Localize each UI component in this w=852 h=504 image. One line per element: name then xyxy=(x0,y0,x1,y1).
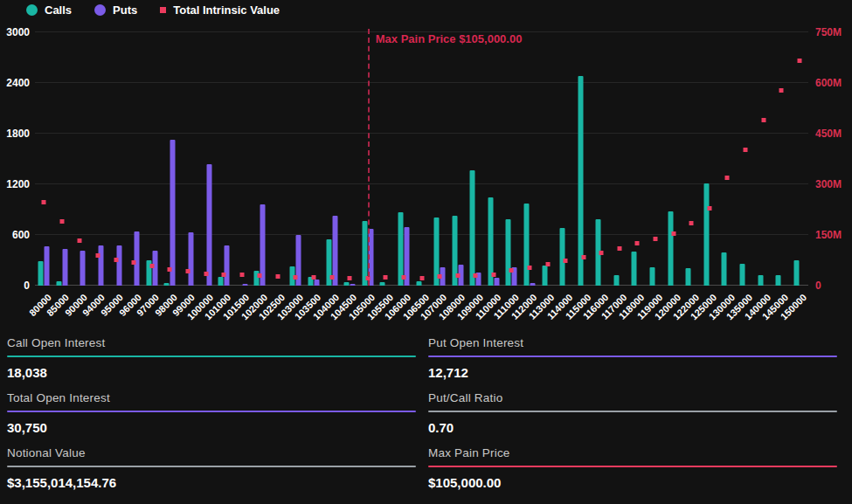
intrinsic-value-dot-100000[interactable] xyxy=(204,272,208,276)
intrinsic-value-dot-104500[interactable] xyxy=(348,276,352,280)
call-bar-119000[interactable] xyxy=(650,267,655,286)
intrinsic-value-dot-95000[interactable] xyxy=(114,258,118,262)
put-bar-101500[interactable] xyxy=(242,284,247,286)
intrinsic-value-dot-140000[interactable] xyxy=(761,118,765,122)
intrinsic-value-dot-94000[interactable] xyxy=(96,253,100,258)
call-bar-118000[interactable] xyxy=(632,252,637,286)
x-axis-labels: 8000085000900009400095000960009700098000… xyxy=(35,288,808,328)
put-bar-80000[interactable] xyxy=(45,246,50,286)
put-bar-99000[interactable] xyxy=(188,232,193,286)
intrinsic-value-dot-104000[interactable] xyxy=(329,275,334,280)
intrinsic-value-dot-114000[interactable] xyxy=(564,259,568,263)
intrinsic-value-dot-116000[interactable] xyxy=(599,251,604,255)
max-pain-line xyxy=(368,29,370,286)
put-bar-112000[interactable] xyxy=(530,283,535,286)
intrinsic-value-dot-110000[interactable] xyxy=(491,273,495,277)
put-bar-85000[interactable] xyxy=(62,249,67,286)
call-bar-106500[interactable] xyxy=(416,281,421,286)
bar-group-116000 xyxy=(596,32,607,286)
put-bar-104500[interactable] xyxy=(350,284,356,286)
call-bar-150000[interactable] xyxy=(793,260,799,286)
intrinsic-value-dot-117000[interactable] xyxy=(617,246,621,251)
bar-group-118000 xyxy=(632,32,643,286)
call-bar-80000[interactable] xyxy=(38,261,44,286)
intrinsic-value-dot-103000[interactable] xyxy=(294,275,298,280)
intrinsic-value-dot-135000[interactable] xyxy=(743,148,747,152)
intrinsic-value-dot-102000[interactable] xyxy=(258,273,262,278)
intrinsic-value-dot-111000[interactable] xyxy=(509,268,514,273)
intrinsic-value-dot-150000[interactable] xyxy=(797,59,801,63)
intrinsic-value-dot-118000[interactable] xyxy=(635,241,640,245)
put-bar-100000[interactable] xyxy=(206,164,211,286)
call-bar-135000[interactable] xyxy=(739,264,745,286)
call-bar-130000[interactable] xyxy=(722,252,727,286)
call-bar-122000[interactable] xyxy=(686,268,691,286)
put-bar-94000[interactable] xyxy=(99,245,104,286)
intrinsic-value-dot-80000[interactable] xyxy=(42,200,46,204)
intrinsic-value-dot-103500[interactable] xyxy=(312,275,316,280)
legend-item-puts[interactable]: Puts xyxy=(94,3,137,17)
intrinsic-value-dot-96000[interactable] xyxy=(132,260,136,265)
call-bar-140000[interactable] xyxy=(758,275,763,286)
put-bar-103500[interactable] xyxy=(315,280,320,286)
intrinsic-value-dot-115000[interactable] xyxy=(581,255,585,259)
call-bar-109000[interactable] xyxy=(470,170,475,286)
call-bar-105500[interactable] xyxy=(380,282,385,286)
call-bar-104500[interactable] xyxy=(344,282,350,286)
intrinsic-value-dot-145000[interactable] xyxy=(779,88,784,93)
intrinsic-value-dot-99000[interactable] xyxy=(185,269,190,273)
put-bar-98000[interactable] xyxy=(170,140,176,286)
intrinsic-value-dot-106500[interactable] xyxy=(419,276,424,280)
intrinsic-value-dot-130000[interactable] xyxy=(725,176,730,180)
call-bar-120000[interactable] xyxy=(668,211,673,286)
intrinsic-value-dot-98000[interactable] xyxy=(168,267,172,272)
left-axis-tick: 1800 xyxy=(0,128,30,140)
intrinsic-value-dot-108000[interactable] xyxy=(455,273,460,278)
intrinsic-value-dot-90000[interactable] xyxy=(78,238,82,243)
bar-group-140000 xyxy=(758,32,769,286)
intrinsic-value-dot-107000[interactable] xyxy=(438,274,442,279)
call-bar-101000[interactable] xyxy=(218,277,224,286)
intrinsic-value-dot-85000[interactable] xyxy=(59,219,64,224)
intrinsic-value-dot-120000[interactable] xyxy=(671,231,675,236)
call-bar-98000[interactable] xyxy=(164,283,170,286)
intrinsic-value-dot-125000[interactable] xyxy=(707,206,711,211)
call-bar-125000[interactable] xyxy=(703,183,709,286)
intrinsic-value-dot-105500[interactable] xyxy=(384,275,388,280)
legend-item-calls[interactable]: Calls xyxy=(26,3,72,17)
bar-group-104500 xyxy=(344,32,356,286)
intrinsic-value-dot-109000[interactable] xyxy=(474,273,478,278)
call-bar-85000[interactable] xyxy=(56,281,61,286)
bar-group-100000 xyxy=(200,32,211,286)
bar-group-102500 xyxy=(272,32,283,286)
call-bar-111000[interactable] xyxy=(506,219,511,286)
bar-group-98000 xyxy=(164,32,176,286)
put-bar-90000[interactable] xyxy=(80,251,86,286)
call-bar-112000[interactable] xyxy=(523,204,529,286)
stat-value: $3,155,014,154.76 xyxy=(7,475,416,490)
put-bar-101000[interactable] xyxy=(225,245,230,286)
stat-max-pain-price: Max Pain Price $105,000.00 xyxy=(428,446,837,490)
intrinsic-value-dot-101000[interactable] xyxy=(222,273,226,277)
right-axis-tick: 600M xyxy=(815,77,850,89)
call-bar-145000[interactable] xyxy=(776,275,781,286)
call-bar-114000[interactable] xyxy=(560,228,565,286)
put-bar-110000[interactable] xyxy=(494,278,499,286)
intrinsic-value-dot-112000[interactable] xyxy=(527,266,531,270)
bar-group-108000 xyxy=(452,32,463,286)
call-bar-117000[interactable] xyxy=(613,275,619,286)
put-bar-95000[interactable] xyxy=(116,245,121,286)
call-bar-113000[interactable] xyxy=(542,266,547,286)
intrinsic-value-dot-101500[interactable] xyxy=(239,273,244,277)
put-bar-96000[interactable] xyxy=(135,231,140,286)
intrinsic-value-dot-102500[interactable] xyxy=(275,274,280,279)
right-axis-tick: 0 xyxy=(815,280,850,292)
legend-item-total-intrinsic-value[interactable]: Total Intrinsic Value xyxy=(160,3,280,17)
intrinsic-value-dot-119000[interactable] xyxy=(654,237,658,241)
left-axis-tick: 600 xyxy=(0,229,30,241)
intrinsic-value-dot-106000[interactable] xyxy=(401,275,405,280)
intrinsic-value-dot-122000[interactable] xyxy=(689,221,694,225)
intrinsic-value-dot-97000[interactable] xyxy=(149,264,154,268)
intrinsic-value-dot-113000[interactable] xyxy=(545,262,550,266)
bar-group-94000 xyxy=(93,32,104,286)
